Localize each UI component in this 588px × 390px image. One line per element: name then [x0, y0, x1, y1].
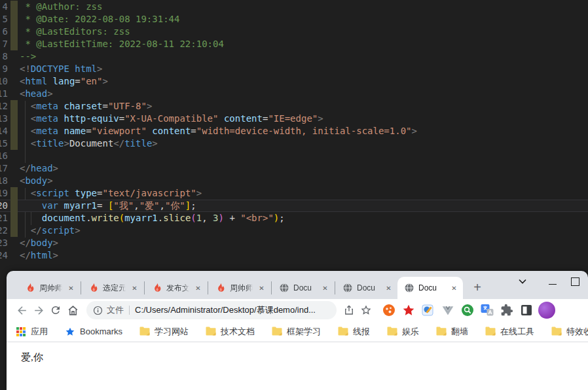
profile-avatar[interactable] [538, 302, 555, 319]
gutter-modified-indicator [10, 100, 18, 113]
tab-close-icon[interactable]: ✕ [66, 283, 76, 293]
line-number: 4 [0, 1, 8, 13]
code-text: </body> [20, 237, 58, 249]
code-line[interactable]: 23</body> [0, 237, 588, 249]
code-line[interactable]: 4 * @Author: zss [0, 1, 588, 13]
tab-separator [271, 281, 272, 294]
line-number: 23 [0, 237, 8, 249]
line-number: 13 [0, 113, 8, 125]
image-search-extension-icon[interactable] [461, 304, 474, 317]
code-line[interactable]: 21 document.write(myarr1.slice(1, 3) + "… [0, 212, 588, 224]
line-number: 5 [0, 13, 8, 26]
code-text: * @LastEditors: zss [20, 26, 130, 38]
code-line[interactable]: 15 <title>Document</title> [0, 137, 588, 150]
code-text: var myarr1= ["我","爱","你"]; [20, 200, 196, 212]
new-tab-button[interactable]: + [468, 278, 487, 296]
tab-close-icon[interactable]: ✕ [193, 283, 203, 293]
code-line[interactable]: 20 var myarr1= ["我","爱","你"]; [0, 200, 588, 212]
gutter-modified-indicator [10, 125, 18, 137]
extensions-puzzle-icon[interactable] [500, 304, 513, 317]
red-star-extension-icon[interactable] [402, 304, 415, 317]
code-text: </head> [20, 162, 58, 175]
code-line[interactable]: 14 <meta name="viewport" content="width=… [0, 125, 588, 137]
code-line[interactable]: 19 <script type="text/javascript"> [0, 187, 588, 200]
code-text: <head> [20, 88, 53, 100]
code-line[interactable]: 24</html> [0, 249, 588, 262]
forward-button[interactable] [30, 302, 47, 319]
browser-tab[interactable]: 周帅师✕ [18, 277, 80, 299]
code-line[interactable]: 9<!DOCTYPE html> [0, 63, 588, 75]
address-scheme-label: 文件 [107, 304, 124, 316]
code-line[interactable]: 11<head> [0, 88, 588, 100]
gutter-modified-indicator [10, 224, 18, 237]
code-line[interactable]: 18<body> [0, 175, 588, 187]
tab-close-icon[interactable]: ✕ [449, 283, 459, 293]
bookmark-label: 在线工具 [500, 326, 534, 338]
code-line[interactable]: 16 [0, 150, 588, 162]
code-line[interactable]: 5 * @Date: 2022-08-08 19:31:44 [0, 13, 588, 26]
home-button[interactable] [64, 302, 81, 319]
browser-tab[interactable]: 选定元✕ [82, 277, 143, 299]
code-line[interactable]: 10<html lang="en"> [0, 75, 588, 88]
code-line[interactable]: 7 * @LastEditTime: 2022-08-11 22:10:04 [0, 38, 588, 50]
maximize-button[interactable] [570, 276, 580, 287]
tab-close-icon[interactable]: ✕ [257, 283, 266, 293]
tab-separator [81, 281, 81, 294]
browser-tab[interactable]: Docu✕ [272, 277, 334, 299]
bookmark-item[interactable]: 翻墙 [436, 326, 468, 338]
code-line[interactable]: 22 </script> [0, 224, 588, 237]
apps-grid-icon [16, 327, 26, 337]
bookmark-item[interactable]: 技术文档 [206, 326, 255, 338]
bookmark-item[interactable]: Bookmarks [65, 327, 122, 337]
bookmark-item[interactable]: 线报 [338, 326, 370, 338]
code-line[interactable]: 6 * @LastEditors: zss [0, 26, 588, 38]
tab-close-icon[interactable]: ✕ [384, 283, 394, 293]
extensions-area [382, 304, 533, 317]
tab-close-icon[interactable]: ✕ [320, 283, 330, 293]
fehelper-extension-icon[interactable] [382, 304, 395, 317]
bookmark-item[interactable]: 框架学习 [272, 326, 321, 338]
editor-lines: 4 * @Author: zss5 * @Date: 2022-08-08 19… [0, 1, 588, 262]
bookmark-item[interactable]: 学习网站 [139, 326, 189, 338]
line-number: 7 [0, 38, 8, 50]
tab-separator [208, 281, 208, 294]
folder-icon [206, 327, 216, 337]
tab-title: 周帅师 [230, 283, 253, 294]
line-number: 12 [0, 100, 8, 113]
code-line[interactable]: 17</head> [0, 162, 588, 175]
browser-tab[interactable]: Docu✕ [397, 277, 463, 299]
browser-tab[interactable]: 周帅师✕ [209, 277, 270, 299]
minimize-button[interactable] [547, 276, 558, 287]
line-number: 17 [0, 162, 8, 175]
reload-button[interactable] [47, 302, 64, 319]
line-number: 22 [0, 224, 8, 237]
share-icon[interactable] [340, 302, 358, 319]
info-icon[interactable] [93, 306, 103, 315]
gutter-modified-indicator [10, 113, 18, 125]
code-text: * @Author: zss [20, 1, 102, 13]
tab-close-icon[interactable]: ✕ [130, 283, 139, 293]
code-line[interactable]: 13 <meta http-equiv="X-UA-Compatible" co… [0, 113, 588, 125]
back-button[interactable] [13, 302, 30, 319]
window-toggle-extension-icon[interactable] [520, 304, 533, 317]
browser-tab[interactable]: 发布文✕ [145, 277, 207, 299]
code-line[interactable]: 12 <meta charset="UTF-8"> [0, 100, 588, 113]
browser-tab[interactable]: Docu✕ [336, 277, 397, 299]
line-number: 8 [0, 50, 8, 63]
line-number: 21 [0, 212, 8, 224]
bookmark-item[interactable]: 在线工具 [485, 326, 534, 338]
tab-title: 发布文 [166, 283, 189, 294]
line-number: 15 [0, 137, 8, 150]
bookmark-item[interactable]: 娱乐 [387, 326, 419, 338]
code-line[interactable]: 8--> [0, 50, 588, 63]
code-editor[interactable]: 4 * @Author: zss5 * @Date: 2022-08-08 19… [0, 1, 588, 266]
translate-extension-icon[interactable] [481, 304, 494, 317]
bookmark-star-icon[interactable] [358, 302, 375, 319]
bookmark-item[interactable]: 特效收藏 [551, 326, 588, 338]
tab-separator [144, 281, 145, 294]
tab-search-chevron-icon[interactable] [517, 276, 528, 287]
bookmark-item[interactable]: 应用 [16, 326, 48, 338]
address-bar[interactable]: 文件 C:/Users/Administrator/Desktop/慕课demo… [86, 301, 337, 319]
note-pencil-extension-icon[interactable] [422, 304, 435, 317]
vue-devtools-extension-icon[interactable] [441, 304, 454, 317]
